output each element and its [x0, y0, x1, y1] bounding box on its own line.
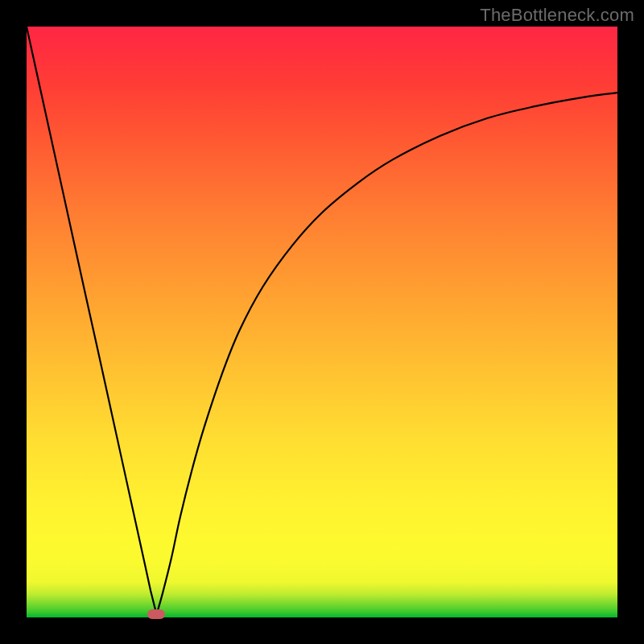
watermark-text: TheBottleneck.com	[480, 5, 634, 26]
bottleneck-curve	[27, 27, 617, 617]
bottleneck-marker	[147, 609, 165, 619]
chart-canvas: TheBottleneck.com	[0, 0, 644, 644]
curve-left-branch	[27, 27, 156, 614]
curve-right-branch	[156, 93, 617, 614]
plot-area	[27, 27, 617, 617]
